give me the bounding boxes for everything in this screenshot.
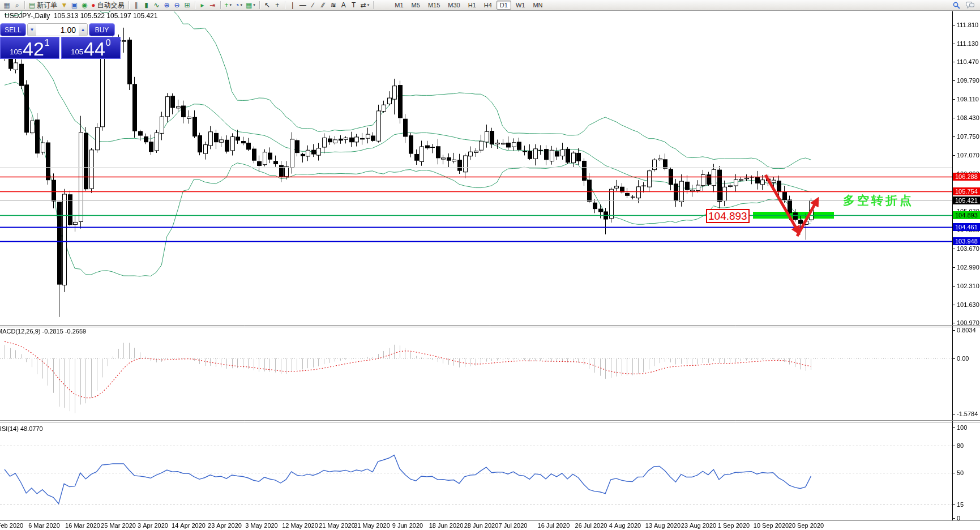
timeframe-h4[interactable]: H4 <box>481 1 495 10</box>
chevron-down-icon: ▾ <box>240 3 242 7</box>
toolbar: ▦⌕▤新订单▼▣◉●自动交易∥▮∿⊕⊖⊞▸⇥+▾◔▾▦▾↖+|—∕∕∕≋AT⇄▾… <box>0 0 980 11</box>
arrows-icon[interactable]: ⇄▾ <box>359 1 371 10</box>
chevron-down-icon: ▾ <box>253 3 255 7</box>
label-icon: T <box>352 2 356 8</box>
chevron-down-icon: ▾ <box>230 3 232 7</box>
zoom-out-icon: ⊖ <box>174 2 180 8</box>
label-icon[interactable]: T <box>349 1 359 10</box>
depth-of-market-icon[interactable]: ▼ <box>59 1 69 10</box>
toolbar-separator <box>220 1 221 9</box>
timeframe-m5[interactable]: M5 <box>408 1 423 10</box>
autotrading-icon[interactable]: ●自动交易 <box>89 1 126 10</box>
arrows-icon: ⇄ <box>361 2 366 8</box>
toolbar-separator <box>259 1 260 9</box>
periods-icon[interactable]: ◔▾ <box>233 1 244 10</box>
terminal-icon: ▣ <box>71 2 78 8</box>
auto-scroll-icon: ▸ <box>201 2 204 8</box>
volume-increase-button[interactable]: ▲ <box>79 24 87 36</box>
turning-point-annotation[interactable]: 多空转折点 <box>843 193 914 208</box>
volume-input[interactable] <box>36 24 79 36</box>
timeframe-w1[interactable]: W1 <box>512 1 529 10</box>
candlestick-chart-icon: ▮ <box>144 2 148 8</box>
templates-icon: ▦ <box>246 2 252 8</box>
trendline-icon[interactable]: ∕ <box>308 1 318 10</box>
line-chart-icon[interactable]: ∿ <box>152 1 162 10</box>
chat-icon[interactable] <box>964 1 976 10</box>
buy-price-pips: 44 <box>84 41 105 57</box>
new-chart-icon: ▦ <box>3 2 10 8</box>
zoom-in-icon: ⊕ <box>164 2 170 8</box>
mt4-window: ▦⌕▤新订单▼▣◉●自动交易∥▮∿⊕⊖⊞▸⇥+▾◔▾▦▾↖+|—∕∕∕≋AT⇄▾… <box>0 0 980 530</box>
symbol-title: USDJPY-,Daily <box>5 12 50 20</box>
tile-windows-icon[interactable]: ⊞ <box>182 1 192 10</box>
symbol-ohlc: 105.313 105.522 105.197 105.421 <box>54 12 158 20</box>
buy-price-button[interactable]: 105 44 0 <box>61 37 121 59</box>
new-order-icon[interactable]: ▤新订单 <box>27 1 59 10</box>
sell-price-button[interactable]: 105 42 1 <box>0 37 59 59</box>
rsi-label: RSI(14) 48.0770 <box>0 425 43 432</box>
cursor-icon: ↖ <box>264 2 270 8</box>
toolbar-separator <box>285 1 285 9</box>
timeframe-group: M1M5M15M30H1H4D1W1MN <box>391 1 546 10</box>
timeframe-m15[interactable]: M15 <box>425 1 443 10</box>
timeframe-m30[interactable]: M30 <box>444 1 463 10</box>
vertical-line-icon: | <box>292 2 293 8</box>
search-icon[interactable] <box>951 1 962 10</box>
indicators-icon[interactable]: +▾ <box>223 1 234 10</box>
autotrading-icon-label: 自动交易 <box>97 1 125 10</box>
channel-icon: ∕∕ <box>322 2 324 8</box>
toolbar-right <box>951 1 978 10</box>
bar-chart-icon: ∥ <box>135 2 138 8</box>
bar-chart-icon[interactable]: ∥ <box>131 1 142 10</box>
profiles-icon[interactable]: ⌕ <box>12 1 22 10</box>
sell-price-fraction: 1 <box>45 39 50 48</box>
chart-shift-icon[interactable]: ⇥ <box>208 1 218 10</box>
volume-group: ▼ ▲ <box>27 23 88 36</box>
timeframe-d1[interactable]: D1 <box>497 1 511 10</box>
timeframe-m1[interactable]: M1 <box>391 1 406 10</box>
signals-icon[interactable]: ◉ <box>79 1 89 10</box>
new-order-icon: ▤ <box>29 2 35 8</box>
chart-canvas[interactable] <box>0 0 980 530</box>
chevron-down-icon: ▾ <box>367 3 370 7</box>
cursor-icon[interactable]: ↖ <box>262 1 272 10</box>
trendline-icon: ∕ <box>313 2 314 8</box>
fibonacci-icon: ≋ <box>331 2 336 8</box>
periods-icon: ◔ <box>235 2 239 8</box>
horizontal-line-icon[interactable]: — <box>298 1 308 10</box>
profiles-icon: ⌕ <box>15 2 19 8</box>
fibonacci-icon[interactable]: ≋ <box>328 1 339 10</box>
toolbar-separator <box>24 1 25 9</box>
price-callout-box[interactable]: 104.893 <box>706 209 750 223</box>
one-click-trade-panel: SELL ▼ ▲ BUY 105 42 1 105 44 0 <box>0 23 121 59</box>
chart-shift-icon: ⇥ <box>210 2 216 8</box>
line-chart-icon: ∿ <box>154 2 160 8</box>
toolbar-separator <box>373 1 374 9</box>
buy-button[interactable]: BUY <box>89 23 115 36</box>
timeframe-h1[interactable]: H1 <box>465 1 480 10</box>
zoom-out-icon[interactable]: ⊖ <box>172 1 182 10</box>
new-order-icon-label: 新订单 <box>37 1 57 10</box>
auto-scroll-icon[interactable]: ▸ <box>198 1 208 10</box>
sell-price-pips: 42 <box>23 41 44 57</box>
buy-price-fraction: 0 <box>106 39 111 48</box>
support-zone-rect[interactable] <box>753 212 834 219</box>
depth-of-market-icon: ▼ <box>61 2 67 8</box>
crosshair-icon: + <box>275 2 279 8</box>
text-icon[interactable]: A <box>339 1 349 10</box>
volume-decrease-button[interactable]: ▼ <box>28 24 36 36</box>
tile-windows-icon: ⊞ <box>185 2 190 8</box>
new-chart-icon[interactable]: ▦ <box>2 1 12 10</box>
sell-price-base: 105 <box>10 48 22 55</box>
crosshair-icon[interactable]: + <box>272 1 283 10</box>
toolbar-separator <box>195 1 195 9</box>
channel-icon[interactable]: ∕∕ <box>318 1 328 10</box>
candlestick-chart-icon[interactable]: ▮ <box>142 1 152 10</box>
terminal-icon[interactable]: ▣ <box>69 1 79 10</box>
sell-button[interactable]: SELL <box>0 23 26 36</box>
vertical-line-icon[interactable]: | <box>288 1 298 10</box>
timeframe-mn[interactable]: MN <box>529 1 546 10</box>
zoom-in-icon[interactable]: ⊕ <box>162 1 172 10</box>
templates-icon[interactable]: ▦▾ <box>244 1 257 10</box>
toolbar-items: ▦⌕▤新订单▼▣◉●自动交易∥▮∿⊕⊖⊞▸⇥+▾◔▾▦▾↖+|—∕∕∕≋AT⇄▾ <box>2 1 376 10</box>
